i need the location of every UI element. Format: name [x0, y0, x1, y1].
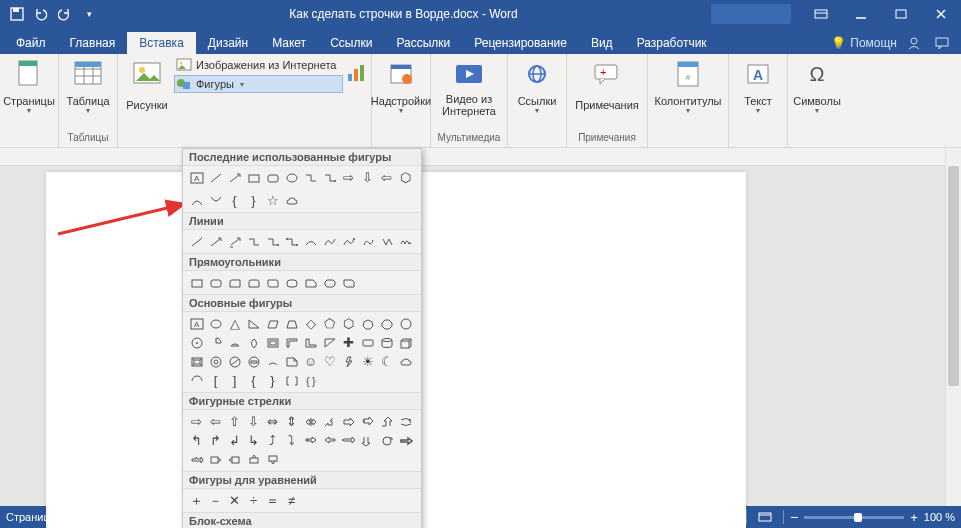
shape-arrow-right[interactable]: ⇨ [339, 168, 358, 187]
shape-b-diag[interactable] [320, 333, 339, 352]
tab-home[interactable]: Главная [58, 32, 128, 54]
vertical-scrollbar[interactable] [945, 148, 961, 506]
shape-connector[interactable] [301, 168, 320, 187]
shape-a14[interactable]: ↱ [206, 431, 225, 450]
shape-a5[interactable]: ⇔ [263, 412, 282, 431]
shape-rounded-rect[interactable] [263, 168, 282, 187]
zoom-in-icon[interactable]: + [910, 510, 918, 525]
shape-b-chord[interactable] [225, 333, 244, 352]
save-icon[interactable] [8, 5, 26, 23]
shape-b-hept[interactable] [358, 314, 377, 333]
shape-r7[interactable] [301, 273, 320, 292]
tab-developer[interactable]: Разработчик [625, 32, 719, 54]
shape-scribble[interactable] [396, 232, 415, 251]
shape-connector2[interactable] [320, 168, 339, 187]
chart-icon[interactable] [345, 62, 367, 84]
table-button[interactable]: Таблица [63, 56, 113, 120]
shape-a10[interactable] [358, 412, 377, 431]
shape-b-cross[interactable]: ✚ [339, 333, 358, 352]
shape-arc[interactable] [187, 191, 206, 210]
shapes-button[interactable]: Фигуры ▾ [174, 75, 343, 93]
shape-a28[interactable] [244, 450, 263, 469]
shape-b-dec[interactable] [396, 314, 415, 333]
shape-b-smile[interactable]: ☺ [301, 352, 320, 371]
shape-curve1[interactable] [301, 232, 320, 251]
shape-a9[interactable] [339, 412, 358, 431]
shape-eq-neq[interactable]: ≠ [282, 491, 301, 510]
close-icon[interactable] [921, 0, 961, 28]
shape-b-text[interactable]: A [187, 314, 206, 333]
shape-b-can[interactable] [377, 333, 396, 352]
shape-r3[interactable] [225, 273, 244, 292]
shape-b-dblbrak[interactable] [282, 371, 301, 390]
tab-layout[interactable]: Макет [260, 32, 318, 54]
shape-b-oval[interactable] [206, 314, 225, 333]
tab-design[interactable]: Дизайн [196, 32, 260, 54]
shape-b-arc3[interactable] [263, 352, 282, 371]
shape-textbox[interactable]: A [187, 168, 206, 187]
symbols-button[interactable]: Ω Символы [792, 56, 842, 120]
shape-a6[interactable]: ⇕ [282, 412, 301, 431]
shape-b-noentry[interactable] [225, 352, 244, 371]
shape-b-hframe[interactable] [282, 333, 301, 352]
shape-b-para[interactable] [263, 314, 282, 333]
view-web-icon[interactable] [753, 509, 777, 525]
shape-b-pent[interactable]: ⬠ [320, 314, 339, 333]
shape-line2[interactable] [206, 232, 225, 251]
shape-freeform2[interactable] [377, 232, 396, 251]
ribbon-display-icon[interactable] [801, 0, 841, 28]
shape-freeform1[interactable] [358, 232, 377, 251]
tab-references[interactable]: Ссылки [318, 32, 384, 54]
shape-b-sun[interactable]: ☀ [358, 352, 377, 371]
shape-rect[interactable] [244, 168, 263, 187]
addins-button[interactable]: Надстройки [376, 56, 426, 120]
shape-line3[interactable] [225, 232, 244, 251]
shape-r8[interactable] [320, 273, 339, 292]
shape-a15[interactable]: ↲ [225, 431, 244, 450]
shape-b-dodec[interactable] [187, 333, 206, 352]
shape-b-brak1[interactable]: [ [206, 371, 225, 390]
shape-b-rtri[interactable] [244, 314, 263, 333]
links-button[interactable]: Ссылки [512, 56, 562, 120]
tab-review[interactable]: Рецензирование [462, 32, 579, 54]
shape-b-trap[interactable] [282, 314, 301, 333]
shape-cloud[interactable] [282, 191, 301, 210]
shape-star5[interactable]: ☆ [263, 191, 282, 210]
shape-curve3[interactable] [339, 232, 358, 251]
comments-pane-icon[interactable] [931, 32, 953, 54]
shape-a16[interactable]: ↳ [244, 431, 263, 450]
shape-elbow2[interactable] [263, 232, 282, 251]
shape-b-pie[interactable] [206, 333, 225, 352]
shape-b-fold[interactable] [282, 352, 301, 371]
shape-b-brace1[interactable]: { [244, 371, 263, 390]
shape-a7[interactable] [301, 412, 320, 431]
shape-oval[interactable] [282, 168, 301, 187]
shape-b-tri[interactable]: △ [225, 314, 244, 333]
online-pictures-button[interactable]: Изображения из Интернета [174, 56, 343, 74]
pages-button[interactable]: Страницы [4, 56, 54, 120]
zoom-slider[interactable] [804, 516, 904, 519]
shape-a25[interactable] [187, 450, 206, 469]
zoom-out-icon[interactable]: − [790, 509, 798, 525]
shape-b-brak2[interactable]: ] [225, 371, 244, 390]
shape-b-dia[interactable]: ◇ [301, 314, 320, 333]
shape-r2[interactable] [206, 273, 225, 292]
shape-a29[interactable] [263, 450, 282, 469]
shape-a8[interactable] [320, 412, 339, 431]
minimize-icon[interactable] [841, 0, 881, 28]
shape-r5[interactable] [263, 273, 282, 292]
shape-b-dblbrace[interactable]: {} [301, 371, 320, 390]
undo-icon[interactable] [32, 5, 50, 23]
zoom-level[interactable]: 100 % [924, 511, 955, 523]
shape-line1[interactable] [187, 232, 206, 251]
shape-eq-eq[interactable]: ＝ [263, 491, 282, 510]
text-button[interactable]: A Текст [733, 56, 783, 120]
shape-b-lshape[interactable] [301, 333, 320, 352]
shape-b-moon[interactable]: ☾ [377, 352, 396, 371]
shape-a4[interactable]: ⇩ [244, 412, 263, 431]
shape-line-arrow[interactable] [225, 168, 244, 187]
qat-customize-icon[interactable]: ▾ [80, 5, 98, 23]
tab-insert[interactable]: Вставка [127, 32, 196, 54]
shape-eq-mult[interactable]: ✕ [225, 491, 244, 510]
shape-b-tear[interactable] [244, 333, 263, 352]
